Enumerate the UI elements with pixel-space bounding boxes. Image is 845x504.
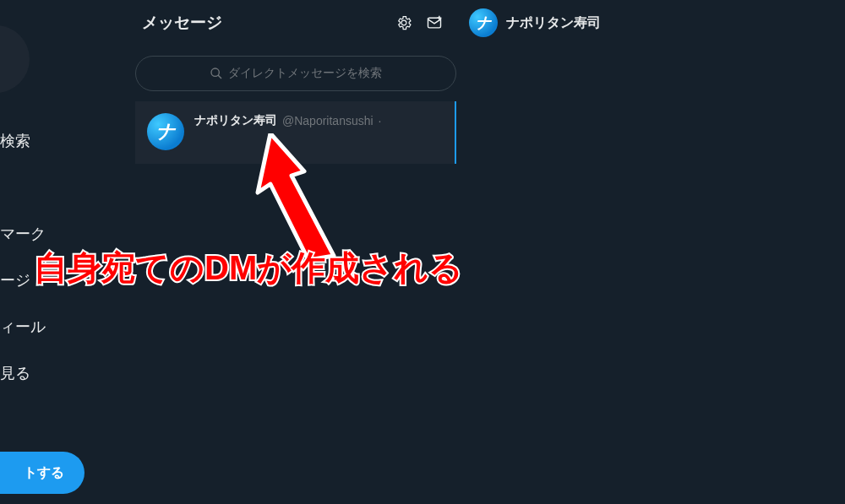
avatar[interactable] bbox=[469, 8, 498, 37]
search-icon bbox=[210, 67, 223, 80]
annotation-text: 自身宛てのDMが作成される bbox=[34, 245, 463, 291]
avatar bbox=[147, 113, 184, 150]
dm-search-input[interactable]: ダイレクトメッセージを検索 bbox=[135, 56, 456, 91]
sidebar-item-bookmarks[interactable]: マーク bbox=[0, 224, 46, 244]
sidebar-item-more[interactable]: 見る bbox=[0, 363, 30, 383]
conversation-handle: @Naporitansushi bbox=[282, 114, 373, 127]
conversation-dot: · bbox=[379, 114, 382, 127]
page-title: メッセージ bbox=[142, 12, 389, 34]
conversation-title[interactable]: ナポリタン寿司 bbox=[506, 14, 601, 32]
sidebar-item-messages[interactable]: ージ bbox=[0, 270, 30, 290]
svg-point-0 bbox=[211, 68, 219, 76]
new-message-icon[interactable] bbox=[419, 8, 450, 38]
svg-line-1 bbox=[218, 75, 221, 79]
conversation-list: ナポリタン寿司 @Naporitansushi · bbox=[135, 101, 456, 164]
conversation-header: ナポリタン寿司 bbox=[469, 8, 601, 37]
conversation-item[interactable]: ナポリタン寿司 @Naporitansushi · bbox=[135, 101, 456, 164]
settings-icon[interactable] bbox=[389, 8, 419, 38]
messages-header: メッセージ bbox=[135, 0, 456, 46]
conversation-name: ナポリタン寿司 bbox=[194, 113, 277, 128]
tweet-button[interactable]: トする bbox=[0, 452, 84, 494]
sidebar-item-profile[interactable]: ィール bbox=[0, 317, 46, 337]
dm-search-wrap: ダイレクトメッセージを検索 bbox=[135, 56, 456, 91]
sidebar-item-search[interactable]: 検索 bbox=[0, 131, 30, 151]
dm-search-placeholder: ダイレクトメッセージを検索 bbox=[228, 66, 382, 81]
